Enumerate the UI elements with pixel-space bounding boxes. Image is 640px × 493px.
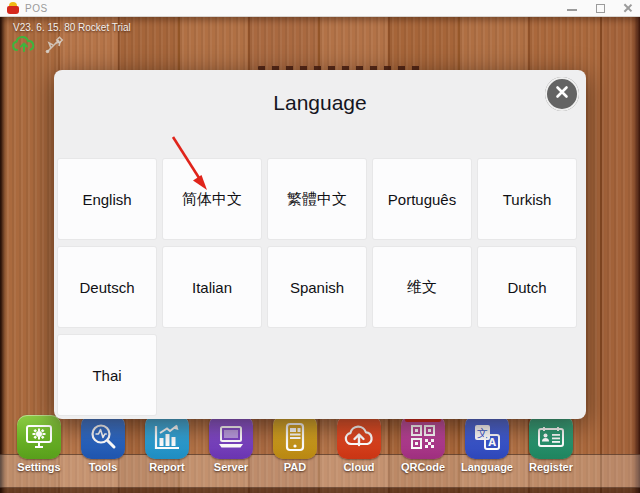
tablet-icon	[278, 420, 312, 454]
bottom-edge-strip	[0, 487, 640, 493]
maximize-icon[interactable]	[594, 2, 606, 14]
svg-text:文: 文	[477, 427, 488, 440]
bar-chart-arrow-icon	[150, 420, 184, 454]
window-close-icon[interactable]	[622, 2, 634, 14]
toolbar-server-button[interactable]	[209, 415, 253, 459]
minimize-icon[interactable]	[566, 2, 578, 14]
language-button-spanish[interactable]: Spanish	[268, 247, 366, 327]
toolbar-label-server[interactable]: Server	[199, 461, 263, 473]
window-titlebar: POS	[0, 0, 640, 17]
usb-status-icon[interactable]	[44, 35, 64, 59]
language-button-turkish[interactable]: Turkish	[478, 159, 576, 239]
language-button-italian[interactable]: Italian	[163, 247, 261, 327]
language-button-traditional-chinese[interactable]: 繁體中文	[268, 159, 366, 239]
toolbar-label-cloud[interactable]: Cloud	[327, 461, 391, 473]
dialog-title: Language	[54, 91, 586, 115]
toolbar-label-pad[interactable]: PAD	[263, 461, 327, 473]
dialog-close-button[interactable]	[545, 77, 579, 111]
language-button-deutsch[interactable]: Deutsch	[58, 247, 156, 327]
id-card-icon	[534, 420, 568, 454]
window-controls	[566, 0, 634, 16]
version-text: V23. 6. 15. 80 Rocket Trial	[13, 22, 131, 33]
language-dialog: Language English 简体中文 繁體中文 Português Tur…	[54, 70, 586, 419]
app-logo-icon	[7, 2, 19, 14]
language-grid: English 简体中文 繁體中文 Português Turkish Deut…	[58, 159, 580, 415]
toolbar-label-report[interactable]: Report	[135, 461, 199, 473]
toolbar-pad-button[interactable]	[273, 415, 317, 459]
translate-icon: 文 A	[470, 420, 504, 454]
language-button-simplified-chinese[interactable]: 简体中文	[163, 159, 261, 239]
toolbar-tools-button[interactable]	[81, 415, 125, 459]
window-title: POS	[25, 3, 48, 14]
toolbar-label-settings[interactable]: Settings	[7, 461, 71, 473]
magnifier-pulse-icon	[86, 420, 120, 454]
language-button-uyghur[interactable]: 维文	[373, 247, 471, 327]
toolbar-report-button[interactable]	[145, 415, 189, 459]
language-button-thai[interactable]: Thai	[58, 335, 156, 415]
laptop-icon	[214, 420, 248, 454]
qr-code-icon	[406, 420, 440, 454]
svg-text:A: A	[488, 437, 496, 448]
toolbar-label-register[interactable]: Register	[519, 461, 583, 473]
language-button-dutch[interactable]: Dutch	[478, 247, 576, 327]
cloud-upload-status-icon[interactable]	[11, 35, 37, 59]
toolbar-label-qrcode[interactable]: QRCode	[391, 461, 455, 473]
toolbar-language-button[interactable]: 文 A	[465, 415, 509, 459]
toolbar-register-button[interactable]	[529, 415, 573, 459]
toolbar-cloud-button[interactable]	[337, 415, 381, 459]
settings-monitor-gear-icon	[22, 420, 56, 454]
status-icons	[11, 35, 64, 59]
close-icon	[554, 84, 570, 104]
toolbar-label-language[interactable]: Language	[455, 461, 519, 473]
language-button-english[interactable]: English	[58, 159, 156, 239]
cloud-upload-icon	[342, 420, 376, 454]
toolbar-settings-button[interactable]	[17, 415, 61, 459]
language-button-portuguese[interactable]: Português	[373, 159, 471, 239]
toolbar-label-tools[interactable]: Tools	[71, 461, 135, 473]
